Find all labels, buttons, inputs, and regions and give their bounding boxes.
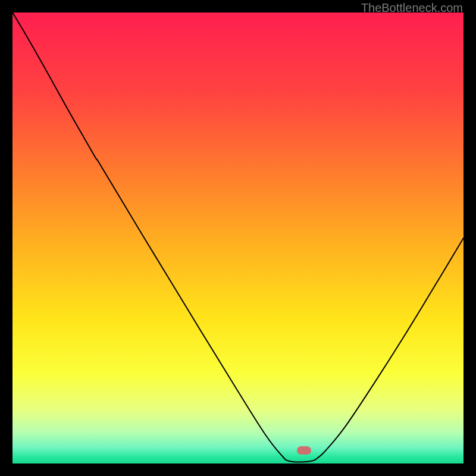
watermark-text: TheBottleneck.com <box>361 1 463 15</box>
bottleneck-curve <box>12 12 464 462</box>
plot-area <box>12 12 464 464</box>
chart-container: TheBottleneck.com <box>0 0 476 476</box>
curve-layer <box>12 12 464 464</box>
optimal-point-marker <box>297 446 311 455</box>
